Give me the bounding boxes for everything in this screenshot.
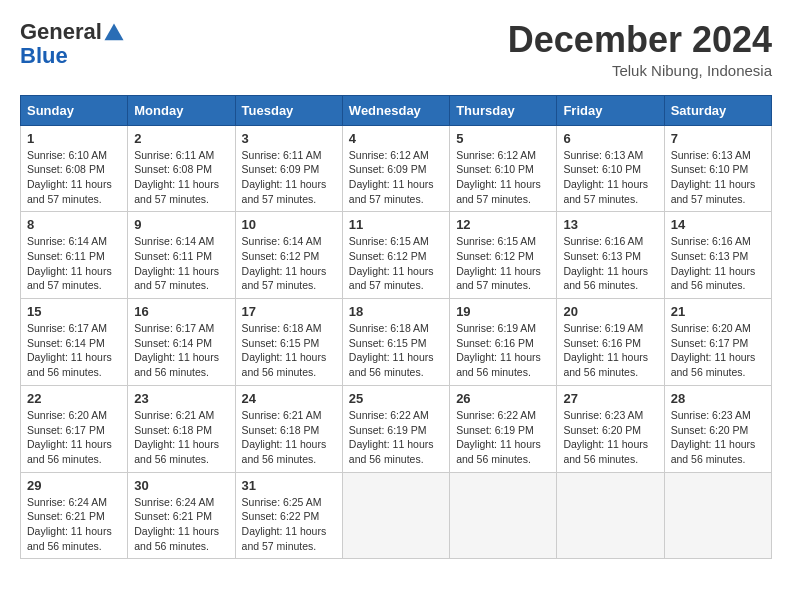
day-number: 19 xyxy=(456,304,550,319)
day-info: Sunrise: 6:17 AM Sunset: 6:14 PM Dayligh… xyxy=(27,321,121,380)
day-info: Sunrise: 6:24 AM Sunset: 6:21 PM Dayligh… xyxy=(134,495,228,554)
day-number: 26 xyxy=(456,391,550,406)
day-number: 18 xyxy=(349,304,443,319)
calendar-cell: 30Sunrise: 6:24 AM Sunset: 6:21 PM Dayli… xyxy=(128,472,235,559)
day-number: 2 xyxy=(134,131,228,146)
day-number: 7 xyxy=(671,131,765,146)
calendar-cell xyxy=(557,472,664,559)
day-number: 24 xyxy=(242,391,336,406)
day-number: 12 xyxy=(456,217,550,232)
svg-marker-0 xyxy=(104,24,123,41)
calendar-cell: 22Sunrise: 6:20 AM Sunset: 6:17 PM Dayli… xyxy=(21,385,128,472)
day-info: Sunrise: 6:16 AM Sunset: 6:13 PM Dayligh… xyxy=(671,234,765,293)
logo-general: General xyxy=(20,19,102,44)
calendar-cell: 15Sunrise: 6:17 AM Sunset: 6:14 PM Dayli… xyxy=(21,299,128,386)
calendar-cell: 10Sunrise: 6:14 AM Sunset: 6:12 PM Dayli… xyxy=(235,212,342,299)
day-number: 23 xyxy=(134,391,228,406)
day-number: 13 xyxy=(563,217,657,232)
calendar-cell: 20Sunrise: 6:19 AM Sunset: 6:16 PM Dayli… xyxy=(557,299,664,386)
day-info: Sunrise: 6:16 AM Sunset: 6:13 PM Dayligh… xyxy=(563,234,657,293)
day-header-thursday: Thursday xyxy=(450,95,557,125)
day-number: 29 xyxy=(27,478,121,493)
calendar-cell: 25Sunrise: 6:22 AM Sunset: 6:19 PM Dayli… xyxy=(342,385,449,472)
day-number: 6 xyxy=(563,131,657,146)
calendar-week-row: 29Sunrise: 6:24 AM Sunset: 6:21 PM Dayli… xyxy=(21,472,772,559)
calendar-cell: 3Sunrise: 6:11 AM Sunset: 6:09 PM Daylig… xyxy=(235,125,342,212)
day-header-wednesday: Wednesday xyxy=(342,95,449,125)
day-header-tuesday: Tuesday xyxy=(235,95,342,125)
calendar-cell: 2Sunrise: 6:11 AM Sunset: 6:08 PM Daylig… xyxy=(128,125,235,212)
calendar-cell: 29Sunrise: 6:24 AM Sunset: 6:21 PM Dayli… xyxy=(21,472,128,559)
day-info: Sunrise: 6:19 AM Sunset: 6:16 PM Dayligh… xyxy=(456,321,550,380)
day-number: 11 xyxy=(349,217,443,232)
day-info: Sunrise: 6:14 AM Sunset: 6:11 PM Dayligh… xyxy=(27,234,121,293)
day-number: 5 xyxy=(456,131,550,146)
calendar-cell: 13Sunrise: 6:16 AM Sunset: 6:13 PM Dayli… xyxy=(557,212,664,299)
calendar-week-row: 8Sunrise: 6:14 AM Sunset: 6:11 PM Daylig… xyxy=(21,212,772,299)
calendar-cell: 24Sunrise: 6:21 AM Sunset: 6:18 PM Dayli… xyxy=(235,385,342,472)
day-number: 25 xyxy=(349,391,443,406)
calendar-cell: 17Sunrise: 6:18 AM Sunset: 6:15 PM Dayli… xyxy=(235,299,342,386)
calendar-week-row: 15Sunrise: 6:17 AM Sunset: 6:14 PM Dayli… xyxy=(21,299,772,386)
day-number: 15 xyxy=(27,304,121,319)
calendar-cell: 1Sunrise: 6:10 AM Sunset: 6:08 PM Daylig… xyxy=(21,125,128,212)
day-number: 3 xyxy=(242,131,336,146)
day-number: 30 xyxy=(134,478,228,493)
calendar-cell: 14Sunrise: 6:16 AM Sunset: 6:13 PM Dayli… xyxy=(664,212,771,299)
calendar-cell: 7Sunrise: 6:13 AM Sunset: 6:10 PM Daylig… xyxy=(664,125,771,212)
day-info: Sunrise: 6:18 AM Sunset: 6:15 PM Dayligh… xyxy=(242,321,336,380)
calendar-cell xyxy=(664,472,771,559)
day-number: 31 xyxy=(242,478,336,493)
day-number: 10 xyxy=(242,217,336,232)
calendar-week-row: 22Sunrise: 6:20 AM Sunset: 6:17 PM Dayli… xyxy=(21,385,772,472)
day-info: Sunrise: 6:20 AM Sunset: 6:17 PM Dayligh… xyxy=(27,408,121,467)
day-info: Sunrise: 6:25 AM Sunset: 6:22 PM Dayligh… xyxy=(242,495,336,554)
header-row: SundayMondayTuesdayWednesdayThursdayFrid… xyxy=(21,95,772,125)
day-info: Sunrise: 6:15 AM Sunset: 6:12 PM Dayligh… xyxy=(456,234,550,293)
calendar-cell: 8Sunrise: 6:14 AM Sunset: 6:11 PM Daylig… xyxy=(21,212,128,299)
calendar-cell: 31Sunrise: 6:25 AM Sunset: 6:22 PM Dayli… xyxy=(235,472,342,559)
day-number: 22 xyxy=(27,391,121,406)
calendar-cell: 21Sunrise: 6:20 AM Sunset: 6:17 PM Dayli… xyxy=(664,299,771,386)
logo: General Blue xyxy=(20,20,126,68)
day-number: 20 xyxy=(563,304,657,319)
location: Teluk Nibung, Indonesia xyxy=(508,62,772,79)
calendar-cell: 27Sunrise: 6:23 AM Sunset: 6:20 PM Dayli… xyxy=(557,385,664,472)
day-header-monday: Monday xyxy=(128,95,235,125)
day-info: Sunrise: 6:24 AM Sunset: 6:21 PM Dayligh… xyxy=(27,495,121,554)
logo-blue: Blue xyxy=(20,43,68,68)
day-info: Sunrise: 6:17 AM Sunset: 6:14 PM Dayligh… xyxy=(134,321,228,380)
calendar-cell: 9Sunrise: 6:14 AM Sunset: 6:11 PM Daylig… xyxy=(128,212,235,299)
calendar-cell: 12Sunrise: 6:15 AM Sunset: 6:12 PM Dayli… xyxy=(450,212,557,299)
calendar-cell: 4Sunrise: 6:12 AM Sunset: 6:09 PM Daylig… xyxy=(342,125,449,212)
day-info: Sunrise: 6:23 AM Sunset: 6:20 PM Dayligh… xyxy=(671,408,765,467)
day-info: Sunrise: 6:21 AM Sunset: 6:18 PM Dayligh… xyxy=(242,408,336,467)
calendar-cell: 26Sunrise: 6:22 AM Sunset: 6:19 PM Dayli… xyxy=(450,385,557,472)
day-info: Sunrise: 6:15 AM Sunset: 6:12 PM Dayligh… xyxy=(349,234,443,293)
calendar-cell: 16Sunrise: 6:17 AM Sunset: 6:14 PM Dayli… xyxy=(128,299,235,386)
calendar-cell: 19Sunrise: 6:19 AM Sunset: 6:16 PM Dayli… xyxy=(450,299,557,386)
calendar-cell: 28Sunrise: 6:23 AM Sunset: 6:20 PM Dayli… xyxy=(664,385,771,472)
day-info: Sunrise: 6:19 AM Sunset: 6:16 PM Dayligh… xyxy=(563,321,657,380)
day-info: Sunrise: 6:18 AM Sunset: 6:15 PM Dayligh… xyxy=(349,321,443,380)
day-info: Sunrise: 6:22 AM Sunset: 6:19 PM Dayligh… xyxy=(456,408,550,467)
day-number: 21 xyxy=(671,304,765,319)
day-info: Sunrise: 6:12 AM Sunset: 6:09 PM Dayligh… xyxy=(349,148,443,207)
calendar-cell xyxy=(450,472,557,559)
day-info: Sunrise: 6:13 AM Sunset: 6:10 PM Dayligh… xyxy=(563,148,657,207)
day-info: Sunrise: 6:21 AM Sunset: 6:18 PM Dayligh… xyxy=(134,408,228,467)
title-block: December 2024 Teluk Nibung, Indonesia xyxy=(508,20,772,79)
day-header-saturday: Saturday xyxy=(664,95,771,125)
day-info: Sunrise: 6:13 AM Sunset: 6:10 PM Dayligh… xyxy=(671,148,765,207)
day-info: Sunrise: 6:14 AM Sunset: 6:11 PM Dayligh… xyxy=(134,234,228,293)
day-info: Sunrise: 6:12 AM Sunset: 6:10 PM Dayligh… xyxy=(456,148,550,207)
page-header: General Blue December 2024 Teluk Nibung,… xyxy=(20,20,772,79)
day-number: 4 xyxy=(349,131,443,146)
day-number: 16 xyxy=(134,304,228,319)
day-number: 27 xyxy=(563,391,657,406)
calendar-cell: 18Sunrise: 6:18 AM Sunset: 6:15 PM Dayli… xyxy=(342,299,449,386)
calendar-cell: 11Sunrise: 6:15 AM Sunset: 6:12 PM Dayli… xyxy=(342,212,449,299)
day-header-friday: Friday xyxy=(557,95,664,125)
calendar-cell: 5Sunrise: 6:12 AM Sunset: 6:10 PM Daylig… xyxy=(450,125,557,212)
day-info: Sunrise: 6:10 AM Sunset: 6:08 PM Dayligh… xyxy=(27,148,121,207)
